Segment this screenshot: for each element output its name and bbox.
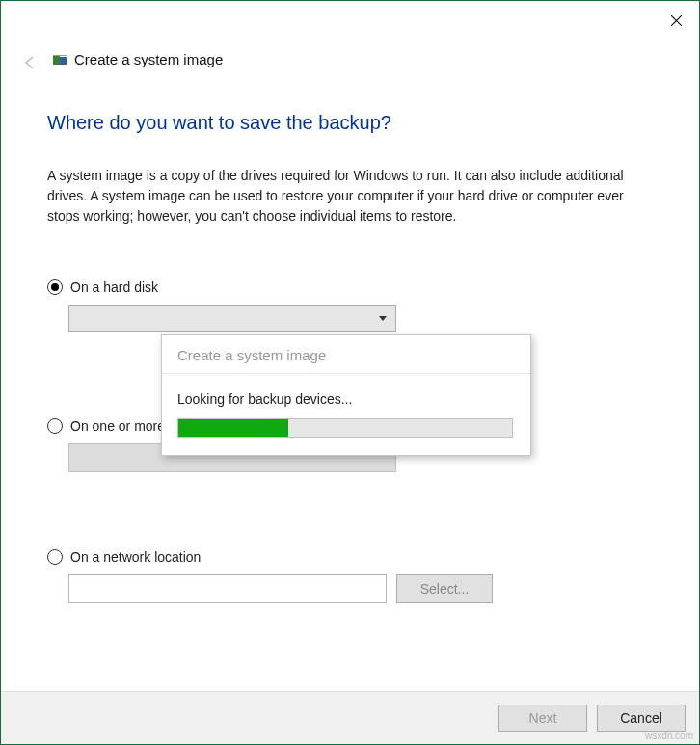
system-image-icon (51, 51, 68, 68)
progress-dialog: Create a system image Looking for backup… (161, 334, 531, 456)
progress-bar (177, 418, 513, 438)
page-heading: Where do you want to save the backup? (47, 112, 653, 134)
svg-rect-4 (53, 55, 67, 56)
footer: Next Cancel (1, 691, 699, 744)
titlebar: Create a system image (1, 1, 699, 78)
svg-rect-3 (60, 57, 67, 65)
watermark: wsxdn.com (645, 731, 693, 741)
radio-label-dvd: On one or more (70, 418, 165, 434)
radio-hard-disk[interactable]: On a hard disk (47, 279, 653, 295)
back-button (18, 50, 43, 75)
radio-icon (47, 549, 63, 565)
radio-label-hard-disk: On a hard disk (70, 279, 158, 295)
progress-fill (178, 419, 288, 437)
page-description: A system image is a copy of the drives r… (47, 166, 653, 226)
window-title: Create a system image (74, 51, 223, 67)
network-location-input[interactable] (68, 574, 387, 603)
dialog-title: Create a system image (162, 335, 530, 374)
next-button: Next (498, 705, 587, 732)
radio-icon (47, 279, 63, 295)
select-button: Select... (396, 574, 493, 603)
option-hard-disk: On a hard disk (47, 279, 653, 332)
cancel-button[interactable]: Cancel (597, 705, 686, 732)
svg-rect-2 (53, 55, 60, 65)
dialog-status: Looking for backup devices... (177, 391, 515, 407)
radio-network[interactable]: On a network location (47, 549, 653, 565)
radio-icon (47, 418, 63, 434)
radio-label-network: On a network location (70, 549, 201, 565)
hard-disk-dropdown[interactable] (68, 305, 396, 332)
close-button[interactable] (664, 9, 687, 32)
option-network: On a network location Select... (47, 549, 653, 603)
